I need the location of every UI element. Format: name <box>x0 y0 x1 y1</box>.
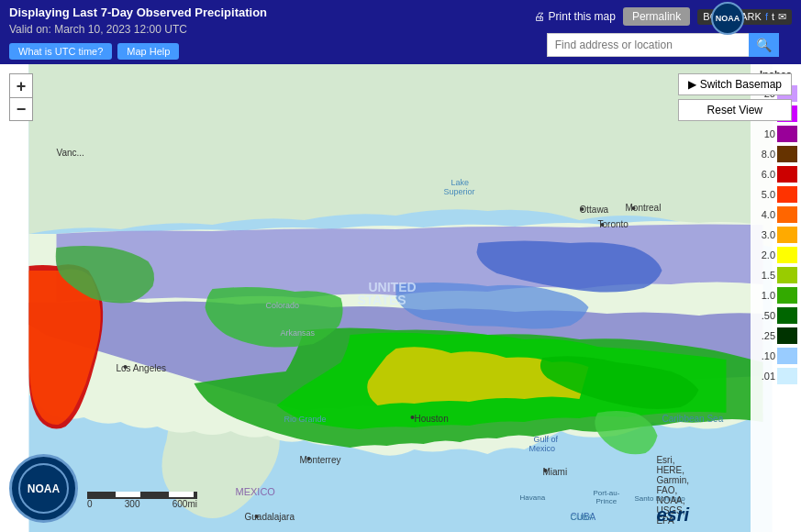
svg-text:Mexico: Mexico <box>529 444 556 453</box>
map-help-button[interactable]: Map Help <box>117 43 179 60</box>
legend-item: 3.0 <box>751 225 801 245</box>
svg-text:MEXICO: MEXICO <box>236 486 276 497</box>
legend-item-label: 5.0 <box>752 189 775 200</box>
scale-ruler <box>87 492 197 499</box>
search-button[interactable]: 🔍 <box>749 33 779 57</box>
header: Displaying Last 7-Day Observed Precipita… <box>0 0 801 64</box>
svg-point-29 <box>411 416 415 419</box>
legend-item: .01 <box>751 366 801 386</box>
utc-button[interactable]: What is UTC time? <box>9 43 112 60</box>
facebook-icon[interactable]: f <box>765 11 768 22</box>
svg-point-32 <box>255 515 259 518</box>
print-button[interactable]: 🖨 Print this map <box>534 10 616 23</box>
legend-item-color <box>777 307 797 324</box>
legend: Inches 20 15 10 8.0 6.0 5.0 4.0 3.0 2.0 <box>751 64 801 532</box>
twitter-icon[interactable]: t <box>772 11 774 22</box>
noaa-logo: NOAA <box>9 454 78 523</box>
legend-item-label: .25 <box>752 330 775 341</box>
switch-basemap-button[interactable]: ▶ Switch Basemap <box>678 73 792 95</box>
svg-text:Gulf of: Gulf of <box>534 435 559 444</box>
svg-text:Rio Grande: Rio Grande <box>284 415 327 424</box>
valid-date: Valid on: March 10, 2023 12:00 UTC <box>9 23 267 36</box>
legend-item: 10 <box>751 124 801 144</box>
legend-item-color <box>777 146 797 162</box>
legend-item-color <box>777 287 797 304</box>
svg-text:Los Angeles: Los Angeles <box>117 363 167 373</box>
header-left: Displaying Last 7-Day Observed Precipita… <box>9 6 267 60</box>
legend-item: 5.0 <box>751 184 801 205</box>
legend-item-label: .50 <box>752 310 775 321</box>
search-input[interactable] <box>547 33 749 57</box>
legend-item-label: 6.0 <box>752 169 775 180</box>
legend-item-label: 2.0 <box>752 249 775 260</box>
legend-item-label: 10 <box>752 128 775 139</box>
svg-text:Monterrey: Monterrey <box>300 455 341 465</box>
legend-item-color <box>777 368 797 384</box>
legend-item-label: .01 <box>752 371 775 382</box>
svg-point-36 <box>601 223 605 227</box>
noaa-text: NOAA <box>28 482 60 495</box>
reset-view-button[interactable]: Reset View <box>678 99 792 121</box>
print-icon: 🖨 <box>534 10 545 23</box>
noaa-badge-header: NOAA <box>711 2 744 35</box>
email-icon[interactable]: ✉ <box>778 11 786 23</box>
svg-point-34 <box>581 207 584 211</box>
noaa-logo-inner: NOAA <box>18 463 69 514</box>
svg-text:Havana: Havana <box>520 493 546 502</box>
svg-text:Port-au-: Port-au- <box>594 489 620 497</box>
legend-item-label: 1.5 <box>752 270 775 281</box>
svg-text:Houston: Houston <box>415 414 449 424</box>
switch-basemap-label: Switch Basemap <box>700 78 782 91</box>
permalink-button[interactable]: Permalink <box>623 7 690 26</box>
svg-text:Arkansas: Arkansas <box>281 328 316 338</box>
legend-item-color <box>777 348 797 364</box>
legend-item: .25 <box>751 326 801 346</box>
header-buttons: What is UTC time? Map Help <box>9 43 267 60</box>
legend-item-color <box>777 206 797 223</box>
triangle-icon: ▶ <box>688 78 696 91</box>
svg-text:Superior: Superior <box>444 187 475 196</box>
scale-val-300: 300 <box>125 499 140 509</box>
legend-item-label: .10 <box>752 350 775 361</box>
scale-line: 0 300 600mi <box>87 492 197 509</box>
legend-item-color <box>777 126 797 142</box>
map-overlay-controls: ▶ Switch Basemap Reset View <box>678 73 792 121</box>
legend-item: 8.0 <box>751 144 801 164</box>
header-right: 🖨 Print this map Permalink BOOKMARK f t … <box>534 7 792 57</box>
svg-text:Guadalajara: Guadalajara <box>245 512 295 522</box>
scale-val-0: 0 <box>87 499 93 509</box>
scale-seg-2 <box>116 492 142 497</box>
zoom-controls: + − <box>9 73 33 121</box>
scale-val-600: 600mi <box>172 499 197 509</box>
scale-seg-1 <box>89 492 116 497</box>
legend-item: 6.0 <box>751 164 801 184</box>
legend-item-color <box>777 247 797 263</box>
legend-item-label: 3.0 <box>752 229 775 240</box>
zoom-in-button[interactable]: + <box>9 73 33 97</box>
svg-text:CUBA: CUBA <box>571 513 594 522</box>
legend-item: .50 <box>751 305 801 326</box>
legend-item-label: 8.0 <box>752 149 775 160</box>
legend-item-color <box>777 186 797 203</box>
map-title: Displaying Last 7-Day Observed Precipita… <box>9 6 267 19</box>
zoom-out-button[interactable]: − <box>9 97 33 121</box>
legend-item-color <box>777 166 797 183</box>
svg-point-28 <box>124 365 128 369</box>
map-container[interactable]: UNITED STATES Los Angeles Houston Miami … <box>0 64 801 532</box>
svg-text:Vanc...: Vanc... <box>57 148 84 158</box>
legend-item: 4.0 <box>751 205 801 225</box>
scale-bar: 0 300 600mi <box>87 492 197 509</box>
esri-logo: esri <box>656 504 689 526</box>
legend-item: 1.0 <box>751 285 801 305</box>
scale-numbers: 0 300 600mi <box>87 499 197 509</box>
noaa-badge-label: NOAA <box>716 14 740 23</box>
svg-text:Lake: Lake <box>451 178 470 187</box>
legend-item: 1.5 <box>751 265 801 285</box>
print-label: Print this map <box>549 10 616 23</box>
svg-point-30 <box>544 469 548 472</box>
legend-item: 2.0 <box>751 245 801 265</box>
search-row: 🔍 <box>547 33 779 57</box>
svg-point-31 <box>307 457 311 460</box>
legend-item-label: 1.0 <box>752 290 775 301</box>
scale-seg-4 <box>169 492 195 497</box>
